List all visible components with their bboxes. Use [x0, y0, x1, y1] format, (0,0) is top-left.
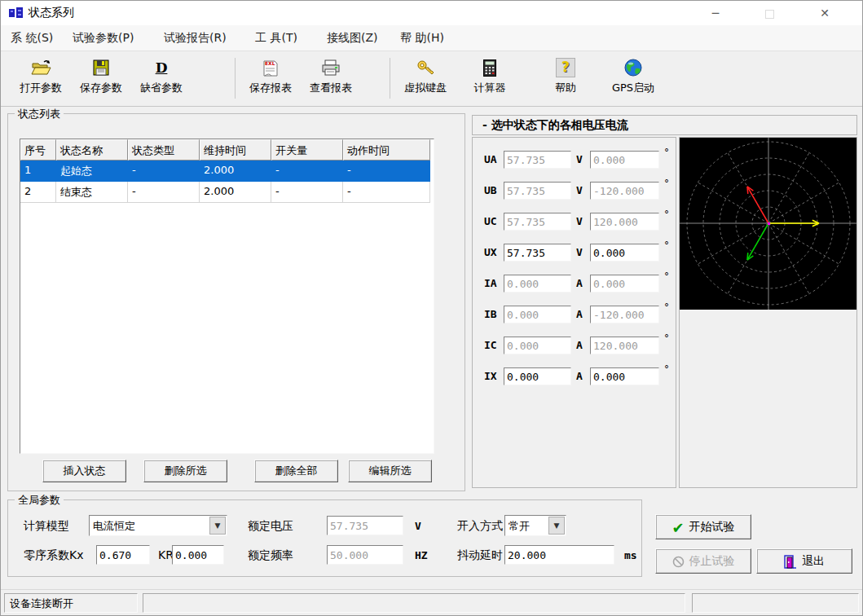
ub-angle-input[interactable]: [590, 182, 659, 200]
ic-angle-input[interactable]: [590, 337, 659, 354]
phase-row-ux: UX V °: [473, 244, 676, 263]
ua-magnitude-input[interactable]: [504, 151, 571, 169]
debounce-unit: ms: [624, 549, 637, 561]
menu-tools[interactable]: 工 具(T): [255, 31, 297, 46]
ic-magnitude-input[interactable]: [504, 337, 571, 354]
status-bar: 设备连接断开: [1, 589, 862, 616]
degree-label: °: [664, 363, 669, 375]
calc-model-label: 计算模型: [24, 519, 69, 534]
table-row[interactable]: 1 起始态 - 2.000 - -: [20, 161, 434, 182]
rated-voltage-unit: V: [415, 520, 421, 532]
save-report-button[interactable]: EXL 保存报表: [240, 56, 301, 102]
column-header[interactable]: 状态名称: [56, 139, 128, 161]
close-button[interactable]: ✕: [806, 1, 843, 25]
status-panel: [143, 593, 685, 613]
table-row[interactable]: 2 结束态 - 2.000 - -: [20, 182, 434, 203]
device-status: 设备连接断开: [4, 593, 138, 613]
ux-magnitude-input[interactable]: [504, 244, 571, 262]
open-params-button[interactable]: 打开参数: [11, 56, 71, 102]
rated-freq-input[interactable]: [327, 545, 403, 565]
delete-all-button[interactable]: 删除全部: [254, 460, 338, 482]
chevron-down-icon[interactable]: ▼: [209, 517, 226, 535]
delete-selected-button[interactable]: 删除所选: [143, 460, 227, 482]
degree-label: °: [664, 332, 669, 344]
ux-angle-input[interactable]: [590, 244, 659, 262]
debounce-input[interactable]: [504, 545, 614, 565]
stop-icon: [672, 550, 685, 574]
svg-text:EXL: EXL: [265, 60, 275, 66]
degree-label: °: [664, 240, 669, 251]
degree-label: °: [664, 301, 669, 313]
kx-label: 零序系数Kx: [24, 548, 83, 563]
view-report-button[interactable]: 查看报表: [301, 56, 361, 102]
kx-input[interactable]: [96, 545, 150, 565]
column-header[interactable]: 动作时间: [343, 139, 430, 161]
default-params-icon: D: [131, 56, 192, 79]
help-button[interactable]: ? 帮助: [535, 56, 596, 102]
degree-label: °: [664, 209, 669, 220]
app-icon: [9, 7, 24, 20]
ib-angle-input[interactable]: [590, 306, 659, 323]
cell: 2.000: [200, 182, 271, 203]
ix-angle-input[interactable]: [590, 367, 659, 385]
phase-label: IC: [484, 339, 497, 351]
ix-magnitude-input[interactable]: [504, 367, 571, 385]
rated-voltage-input[interactable]: [327, 516, 403, 535]
unit-label: V: [576, 153, 583, 165]
virtual-keyboard-key-icon: [395, 56, 456, 79]
calculator-button[interactable]: 计算器: [460, 56, 520, 102]
insert-state-button[interactable]: 插入状态: [42, 460, 126, 482]
switch-mode-select[interactable]: 常开 ▼: [504, 515, 566, 536]
menu-help[interactable]: 帮 助(H): [400, 31, 444, 46]
maximize-button[interactable]: [751, 1, 788, 25]
phase-row-ua: UA V °: [473, 151, 676, 170]
menu-test-report[interactable]: 试验报告(R): [164, 31, 227, 46]
phase-row-ib: IB A °: [473, 306, 676, 325]
column-header[interactable]: 状态类型: [128, 139, 200, 161]
kr-input[interactable]: [172, 545, 224, 565]
toolbar-label: GPS启动: [603, 81, 663, 95]
calc-model-select[interactable]: 电流恒定 ▼: [89, 515, 227, 536]
phase-row-ix: IX A °: [473, 367, 676, 387]
open-folder-icon: [11, 56, 71, 79]
ib-magnitude-input[interactable]: [504, 306, 571, 323]
uc-magnitude-input[interactable]: [504, 213, 571, 231]
menu-test-params[interactable]: 试验参数(P): [73, 31, 134, 46]
rated-freq-label: 额定频率: [248, 548, 293, 563]
virtual-keyboard-button[interactable]: 虚拟键盘: [395, 56, 456, 102]
menu-system[interactable]: 系 统(S): [11, 31, 53, 46]
exit-button[interactable]: 退出: [756, 548, 852, 574]
chevron-down-icon[interactable]: ▼: [548, 517, 565, 535]
phase-label: IX: [484, 370, 497, 382]
cell: 2: [20, 182, 56, 203]
debounce-label: 抖动延时: [457, 548, 503, 563]
toolbar-label: 查看报表: [301, 81, 361, 95]
state-list-group-title: 状态列表: [15, 107, 64, 121]
phase-label: IB: [484, 308, 497, 320]
ia-magnitude-input[interactable]: [504, 275, 571, 293]
ia-angle-input[interactable]: [590, 275, 659, 293]
phase-row-ub: UB V °: [473, 182, 676, 201]
default-params-button[interactable]: D 缺省参数: [131, 56, 192, 102]
save-params-button[interactable]: 保存参数: [71, 56, 131, 102]
stop-test-button[interactable]: 停止试验: [655, 548, 751, 574]
cell: 起始态: [56, 161, 128, 182]
column-header[interactable]: 序号: [20, 139, 56, 161]
edit-selected-button[interactable]: 编辑所选: [348, 460, 432, 482]
status-panel: [692, 593, 859, 613]
start-test-button[interactable]: ✔开始试验: [655, 514, 751, 539]
column-header[interactable]: 开关量: [271, 139, 343, 161]
column-header[interactable]: 维持时间: [200, 139, 271, 161]
unit-label: V: [576, 184, 583, 196]
unit-label: V: [576, 246, 583, 258]
ua-angle-input[interactable]: [590, 151, 659, 169]
global-params-title: 全局参数: [15, 493, 64, 508]
toolbar-label: 打开参数: [11, 81, 71, 95]
toolbar-label: 缺省参数: [131, 81, 192, 95]
gps-start-button[interactable]: GPS启动: [603, 56, 663, 102]
minimize-button[interactable]: ─: [697, 1, 734, 25]
uc-angle-input[interactable]: [590, 213, 659, 231]
ub-magnitude-input[interactable]: [504, 182, 571, 200]
phase-fields-panel: UA V ° UB V ° UC V ° UX V ° IA: [472, 137, 676, 488]
menu-wiring[interactable]: 接线图(Z): [327, 31, 378, 46]
